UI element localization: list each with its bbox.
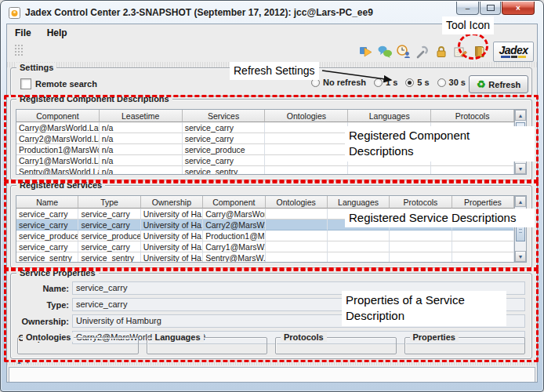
scroll-thumb[interactable] <box>516 122 525 146</box>
refresh-interval-radios: No refresh1 s5 s30 s <box>311 78 466 87</box>
awareness-icon[interactable] <box>395 44 412 60</box>
status-bar <box>9 367 535 383</box>
scroll-down-button[interactable]: ▼ <box>515 163 526 174</box>
column-header[interactable]: Component <box>203 196 265 209</box>
scroll-up-button[interactable]: ▲ <box>515 196 526 207</box>
column-header[interactable]: Protocols <box>390 196 452 209</box>
radio-icon[interactable] <box>437 78 446 87</box>
scroll-thumb[interactable] <box>516 218 525 241</box>
column-header[interactable]: Languages <box>328 196 390 209</box>
table-row[interactable]: Sentry@MarsWorld.La...n/aservice_sentry <box>16 166 514 175</box>
scroll-up-icon: ▲ <box>518 113 524 118</box>
column-header[interactable]: Ontologies <box>265 110 348 122</box>
refresh-button[interactable]: ♻ Refresh <box>469 75 528 93</box>
column-header[interactable]: Ownership <box>141 196 203 209</box>
table-cell <box>265 144 348 155</box>
table-cell <box>266 209 328 220</box>
splitter-arrows-icon[interactable]: ▲ ▼ <box>16 359 31 365</box>
library-icon[interactable] <box>470 44 487 60</box>
splitter-top[interactable]: ▲ ▼ <box>7 62 537 67</box>
radio-icon[interactable] <box>405 78 414 87</box>
menu-help[interactable]: Help <box>47 27 67 38</box>
refresh-radio-1-s[interactable]: 1 s <box>374 78 397 87</box>
property-label: Type: <box>17 300 69 310</box>
lock-icon[interactable] <box>433 44 449 60</box>
remote-search-label: Remote search <box>35 79 97 89</box>
table-cell <box>390 230 452 241</box>
jadex-logo-button[interactable]: Jadex <box>493 42 534 62</box>
table-row[interactable]: Carry2@MarsWorld.La...n/aservice_carry <box>16 133 514 144</box>
table-cell: Carry2@MarsW... <box>203 220 265 230</box>
table-cell <box>328 241 390 252</box>
jadex-logo-text: Jadex <box>499 45 528 55</box>
menu-file[interactable]: File <box>15 27 31 38</box>
table-cell <box>266 252 328 263</box>
table-row[interactable]: service_carryservice_carryUniversity of … <box>16 241 514 252</box>
radio-icon[interactable] <box>311 78 320 87</box>
close-button[interactable]: × <box>502 2 535 15</box>
table-row[interactable]: Carry@MarsWorld.Lar...n/aservice_carry <box>16 122 514 133</box>
table-cell: service_sentry <box>183 166 266 175</box>
column-header[interactable]: Properties <box>452 196 514 209</box>
subgroup-title: Properties <box>410 332 459 342</box>
column-header[interactable]: Protocols <box>431 110 514 122</box>
column-header[interactable]: Type <box>78 196 140 209</box>
toolbar-grip[interactable] <box>14 44 24 57</box>
scroll-up-button[interactable]: ▲ <box>515 110 526 121</box>
subgroup-title: Ontologies <box>23 332 74 342</box>
component-table-scrollbar[interactable]: ▲ ▼ <box>514 109 527 175</box>
radio-label: 5 s <box>417 78 429 87</box>
protocols-group: Protocols <box>275 337 397 354</box>
column-header[interactable]: Languages <box>348 110 431 122</box>
column-header[interactable]: Ontologies <box>266 196 328 209</box>
property-field-value[interactable]: University of Hamburg <box>72 314 525 328</box>
radio-label: 30 s <box>449 78 466 87</box>
radio-label: No refresh <box>323 78 366 87</box>
column-header[interactable]: Name <box>16 196 78 209</box>
services-table-scrollbar[interactable]: ▲ ▼ <box>514 195 527 263</box>
table-cell <box>452 241 514 252</box>
table-cell: service_carry <box>78 241 140 252</box>
table-cell <box>265 166 348 175</box>
starter-icon[interactable] <box>357 44 374 60</box>
services-table-wrap: NameTypeOwnershipComponentOntologiesLang… <box>16 195 527 263</box>
table-cell: n/a <box>100 133 183 144</box>
message-icon[interactable] <box>452 44 468 60</box>
remote-search-checkbox[interactable] <box>20 78 31 89</box>
scroll-down-button[interactable]: ▼ <box>515 251 526 262</box>
table-cell: n/a <box>100 144 183 155</box>
table-cell: service_carry <box>183 155 266 166</box>
splitter-bottom[interactable]: ▲ ▼ <box>7 360 537 365</box>
table-row[interactable]: service_carryservice_carryUniversity of … <box>16 220 514 230</box>
table-cell: Production1@M... <box>203 230 265 241</box>
scroll-up-icon: ▲ <box>518 199 524 205</box>
refresh-radio-no-refresh[interactable]: No refresh <box>311 78 366 87</box>
table-cell <box>265 122 348 133</box>
refresh-radio-5-s[interactable]: 5 s <box>405 78 429 87</box>
table-row[interactable]: Production1@MarsWo...n/aservice_produce <box>16 144 514 155</box>
radio-icon[interactable] <box>374 78 383 87</box>
table-row[interactable]: service_carryservice_carryUniversity of … <box>16 209 514 220</box>
table-cell: Carry@MarsWor... <box>203 209 265 220</box>
property-field-value[interactable]: service_carry <box>72 281 525 295</box>
table-cell: service_sentry <box>78 252 140 263</box>
table-cell <box>390 252 452 263</box>
table-cell: Sentry@MarsW... <box>203 252 265 263</box>
property-field-value[interactable]: service_carry <box>72 298 525 311</box>
table-cell <box>348 144 431 155</box>
wrench-icon[interactable] <box>414 44 430 60</box>
registered-services-title: Registered Services <box>16 180 105 190</box>
table-row[interactable]: service_produceservice_produceUniversity… <box>16 230 514 241</box>
component-table-viewport: ComponentLeasetimeServicesOntologiesLang… <box>16 109 514 175</box>
table-row[interactable]: Carry1@MarsWorld.La...n/aservice_carry <box>16 155 514 166</box>
table-row[interactable]: service_sentryservice_sentryUniversity o… <box>16 252 514 263</box>
maximize-button[interactable] <box>480 2 501 15</box>
column-header[interactable]: Component <box>16 110 100 122</box>
table-cell: Carry@MarsWorld.Lar... <box>16 122 100 133</box>
column-header[interactable]: Services <box>183 110 266 122</box>
conversation-icon[interactable] <box>376 44 393 60</box>
refresh-radio-30-s[interactable]: 30 s <box>437 78 466 87</box>
remote-search-option[interactable]: Remote search <box>20 78 97 89</box>
column-header[interactable]: Leasetime <box>100 110 183 122</box>
minimize-button[interactable]: – <box>456 2 479 15</box>
